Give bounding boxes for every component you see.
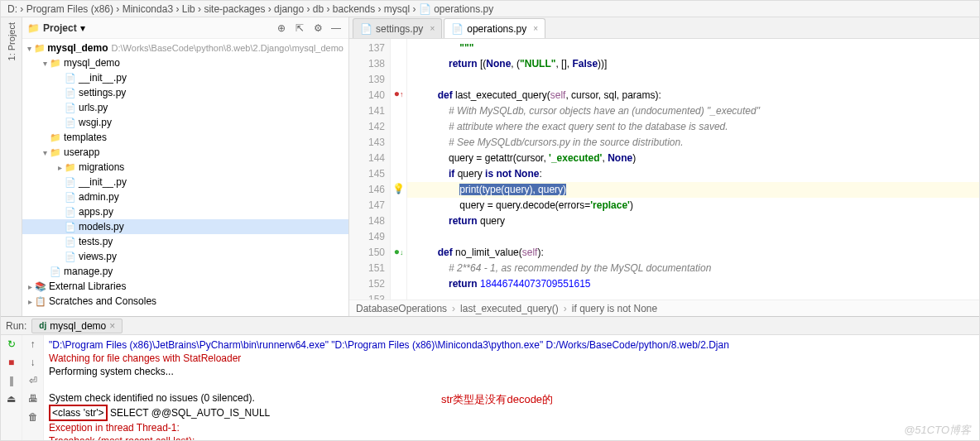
editor-tab[interactable]: 📄operations.py× <box>444 18 545 38</box>
editor-area: 📄settings.py×📄operations.py× 13713813914… <box>349 17 979 316</box>
wrap-icon[interactable]: ⏎ <box>26 375 41 388</box>
close-icon[interactable]: × <box>533 24 538 33</box>
project-panel-header: 📁 Project ▾ ⊕ ⇱ ⚙ — <box>22 17 348 39</box>
run-label: Run: <box>6 320 26 332</box>
run-config-tab[interactable]: dj mysql_demo × <box>31 319 122 333</box>
tree-item[interactable]: ▸📁migrations <box>22 160 348 175</box>
run-config-name: mysql_demo <box>50 320 106 332</box>
python-file-icon: 📄 <box>451 23 464 35</box>
navigation-bar-path: D: › Program Files (x86) › Miniconda3 › … <box>1 1 979 17</box>
line-number-gutter: 1371381391401411421431441451461471481491… <box>349 39 391 300</box>
close-icon[interactable]: × <box>109 320 115 332</box>
tree-item[interactable]: 📄tests.py <box>22 234 348 249</box>
run-tool-window: Run: dj mysql_demo × ↻ ■ ‖ ⏏ ↑ ↓ ⏎ 🖶 🗑 <box>1 316 979 440</box>
left-tool-strip: 1: Project <box>1 17 22 316</box>
rerun-icon[interactable]: ↻ <box>4 338 19 352</box>
run-side-toolbar: ↻ ■ ‖ ⏏ <box>1 335 22 440</box>
tab-label: operations.py <box>467 23 526 35</box>
breadcrumb-item[interactable]: if query is not None <box>572 303 657 314</box>
tree-item[interactable]: 📄apps.py <box>22 204 348 219</box>
editor-tabs: 📄settings.py×📄operations.py× <box>349 17 979 39</box>
editor-tab[interactable]: 📄settings.py× <box>353 18 442 38</box>
trash-icon[interactable]: 🗑 <box>26 411 41 424</box>
tree-item[interactable]: 📄settings.py <box>22 85 348 100</box>
console-line: Exception in thread Thread-1: <box>49 421 974 434</box>
chevron-down-icon[interactable]: ▾ <box>80 22 85 34</box>
tree-item[interactable]: 📄admin.py <box>22 189 348 204</box>
tab-label: settings.py <box>376 23 423 35</box>
breadcrumb-item[interactable]: last_executed_query() <box>460 303 559 314</box>
down-icon[interactable]: ↓ <box>26 357 41 370</box>
breadcrumb-item[interactable]: DatabaseOperations <box>356 303 447 314</box>
tree-item[interactable]: 📄__init__.py <box>22 175 348 189</box>
close-icon[interactable]: × <box>430 24 435 33</box>
collapse-icon[interactable]: ⇱ <box>292 21 307 36</box>
tree-item[interactable]: 📄__init__.py <box>22 70 348 85</box>
console-output[interactable]: "D:\Program Files (x86)\JetBrains\PyChar… <box>44 335 979 440</box>
tree-item[interactable]: 📄urls.py <box>22 100 348 115</box>
print-icon[interactable]: 🖶 <box>26 393 41 406</box>
tree-item[interactable]: 📄views.py <box>22 249 348 264</box>
console-line <box>49 378 974 391</box>
gutter-marks: ●↑ 💡 ●↓ ●↓ <box>391 39 407 300</box>
project-tree[interactable]: ▾📁mysql_demoD:\Works\BaseCode\python\8.w… <box>22 39 348 316</box>
chevron-right-icon: › <box>564 303 567 314</box>
tree-item[interactable]: ▾📁userapp <box>22 145 348 160</box>
code-content[interactable]: """ return [(None, ("NULL", [], False))]… <box>407 39 979 300</box>
exit-icon[interactable]: ⏏ <box>4 393 19 406</box>
hide-icon[interactable]: — <box>329 21 343 36</box>
run-side-toolbar-2: ↑ ↓ ⏎ 🖶 🗑 <box>22 335 44 440</box>
console-line: Watching for file changes with StatReloa… <box>49 352 974 365</box>
console-line: "D:\Program Files (x86)\JetBrains\PyChar… <box>49 338 974 352</box>
target-icon[interactable]: ⊕ <box>274 21 289 36</box>
run-header: Run: dj mysql_demo × <box>1 317 979 335</box>
tree-root[interactable]: ▾📁mysql_demoD:\Works\BaseCode\python\8.w… <box>22 41 348 55</box>
tree-item[interactable]: 📁templates <box>22 130 348 145</box>
console-line: <class 'str'> SELECT @@SQL_AUTO_IS_NULL <box>49 405 974 421</box>
gear-icon[interactable]: ⚙ <box>310 21 325 36</box>
tree-item[interactable]: ▾📁mysql_demo <box>22 55 348 70</box>
python-file-icon: 📄 <box>360 23 372 35</box>
stop-icon[interactable]: ■ <box>4 357 19 370</box>
annotation-text: str类型是没有decode的 <box>441 393 553 406</box>
project-panel-title[interactable]: Project <box>43 22 77 34</box>
watermark: @51CTO博客 <box>904 424 971 437</box>
folder-icon: 📁 <box>27 22 40 34</box>
tree-item[interactable]: 📄models.py <box>22 219 348 234</box>
tree-item[interactable]: 📄wsgi.py <box>22 115 348 130</box>
chevron-right-icon: › <box>452 303 455 314</box>
console-line: Performing system checks... <box>49 365 974 378</box>
pause-icon[interactable]: ‖ <box>4 375 19 388</box>
editor-breadcrumb[interactable]: DatabaseOperations›last_executed_query()… <box>349 300 979 316</box>
tree-scratches[interactable]: ▸📋Scratches and Consoles <box>22 294 348 309</box>
django-icon: dj <box>39 321 46 330</box>
project-panel: 📁 Project ▾ ⊕ ⇱ ⚙ — ▾📁mysql_demoD:\Works… <box>22 17 349 316</box>
console-line: Traceback (most recent call last): <box>49 434 974 440</box>
tree-external-libs[interactable]: ▸📚External Libraries <box>22 279 348 294</box>
up-icon[interactable]: ↑ <box>26 338 41 352</box>
project-tool-label[interactable]: 1: Project <box>7 22 17 60</box>
tree-item[interactable]: 📄manage.py <box>22 264 348 279</box>
editor-body[interactable]: 1371381391401411421431441451461471481491… <box>349 39 979 300</box>
